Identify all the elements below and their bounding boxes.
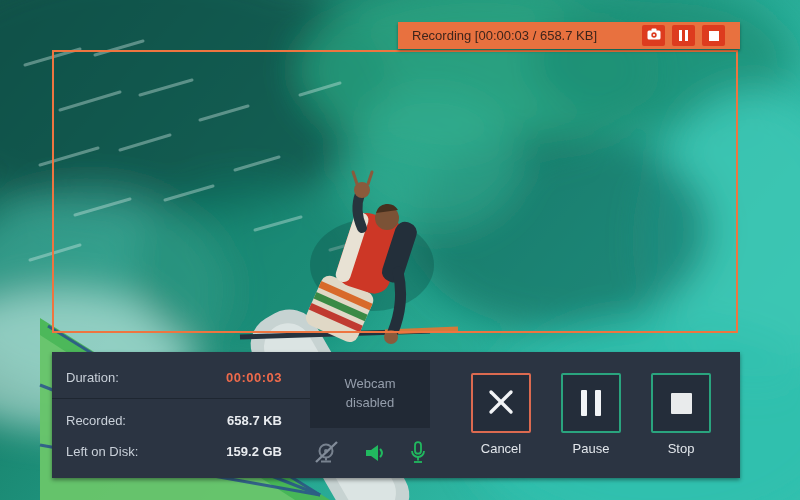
duration-value: 00:00:03: [226, 370, 282, 385]
stop-control: Stop: [651, 373, 711, 478]
stop-button[interactable]: [651, 373, 711, 433]
pause-icon: [679, 30, 688, 41]
speaker-toggle-button[interactable]: [364, 443, 386, 466]
cancel-x-icon: [487, 388, 515, 419]
stats-divider: [52, 398, 310, 399]
recorded-row: Recorded: 658.7 KB: [66, 405, 282, 435]
stop-label: Stop: [668, 441, 695, 456]
main-controls: Cancel Pause Stop: [442, 352, 740, 478]
cancel-label: Cancel: [481, 441, 521, 456]
cancel-control: Cancel: [471, 373, 531, 478]
recording-control-panel: Duration: 00:00:03 Recorded: 658.7 KB Le…: [52, 352, 740, 478]
pause-button[interactable]: [561, 373, 621, 433]
recorded-value: 658.7 KB: [227, 413, 282, 428]
pause-bars-icon: [581, 390, 601, 416]
stop-icon: [709, 31, 719, 41]
disk-value: 159.2 GB: [226, 444, 282, 459]
recording-status-label: Recording [00:00:03 / 658.7 KB]: [412, 28, 635, 43]
screenshot-button[interactable]: [642, 25, 665, 46]
webcam-status-text: Webcam disabled: [328, 375, 412, 413]
recorded-label: Recorded:: [66, 413, 126, 428]
webcam-toggle-button[interactable]: [314, 441, 339, 467]
camera-icon: [647, 28, 661, 43]
microphone-toggle-button[interactable]: [410, 441, 426, 467]
microphone-icon: [410, 441, 426, 467]
screen-recorder-overlay: Recording [00:00:03 / 658.7 KB] Duration…: [0, 0, 800, 500]
duration-label: Duration:: [66, 370, 119, 385]
pause-recording-button[interactable]: [672, 25, 695, 46]
recording-status-bar: Recording [00:00:03 / 658.7 KB]: [398, 22, 740, 49]
disk-row: Left on Disk: 159.2 GB: [66, 435, 282, 467]
pause-label: Pause: [573, 441, 610, 456]
capture-area-frame[interactable]: [52, 50, 738, 333]
webcam-off-icon: [314, 441, 339, 467]
duration-row: Duration: 00:00:03: [66, 362, 282, 392]
pause-control: Pause: [561, 373, 621, 478]
speaker-icon: [364, 443, 386, 466]
stop-square-icon: [671, 393, 692, 414]
webcam-section: Webcam disabled: [310, 352, 442, 478]
device-toggle-row: [310, 441, 430, 467]
cancel-button[interactable]: [471, 373, 531, 433]
webcam-status-box: Webcam disabled: [310, 360, 430, 428]
recording-stats: Duration: 00:00:03 Recorded: 658.7 KB Le…: [52, 352, 310, 478]
stop-recording-button[interactable]: [702, 25, 725, 46]
disk-label: Left on Disk:: [66, 444, 138, 459]
